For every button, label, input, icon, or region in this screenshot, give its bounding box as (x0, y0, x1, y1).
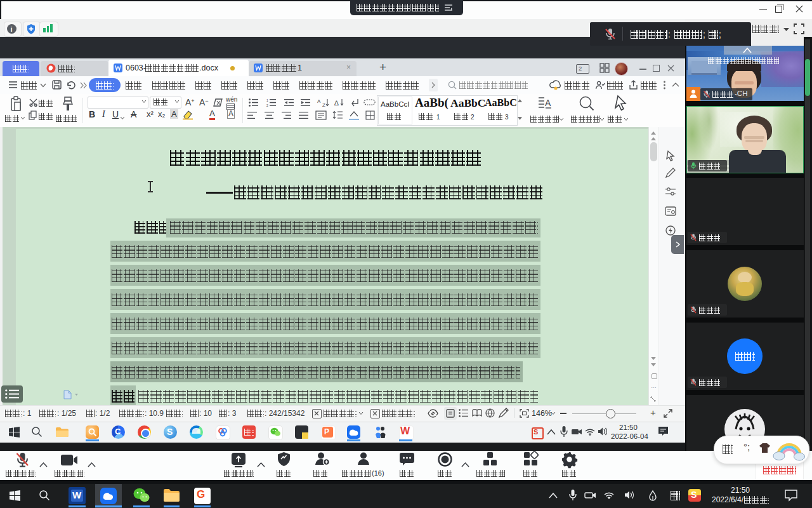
svg-text:A: A (545, 98, 551, 108)
svg-text:Z: Z (322, 102, 325, 108)
svg-text:2: 2 (266, 104, 268, 107)
svg-text:∆: ∆ (334, 99, 339, 107)
svg-text:1: 1 (266, 98, 268, 102)
svg-text:A: A (317, 98, 321, 104)
